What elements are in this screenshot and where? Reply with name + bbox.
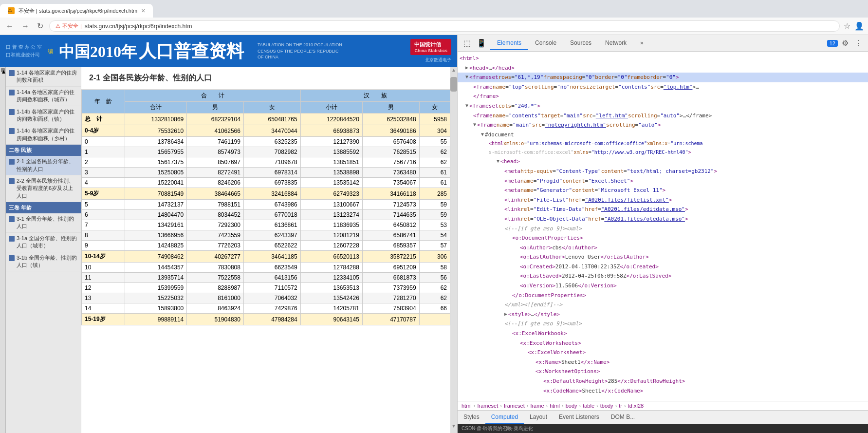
- tree-comment1[interactable]: <!--[if gte mso 9]><xml>: [458, 224, 868, 234]
- tree-comment2[interactable]: </xml><![endif]-->: [458, 300, 868, 310]
- site-body: ▲ 1-14 各地区家庭户的住房间数和面积 1-14a 各地区家庭户的住房间数和…: [0, 67, 457, 433]
- tree-excelwse[interactable]: <x:ExcelWorksheet>: [458, 348, 868, 358]
- tree-frameset2[interactable]: ▼<frameset cols="240,*">: [458, 101, 868, 111]
- tree-author[interactable]: <o:Author>cbs</o:Author>: [458, 243, 868, 253]
- breadcrumb-tbody[interactable]: tbody: [600, 403, 613, 409]
- tab-styles[interactable]: Styles: [458, 411, 485, 424]
- breadcrumb-sep1: ›: [474, 403, 476, 409]
- tab-elements[interactable]: Elements: [490, 37, 528, 50]
- breadcrumb-html2[interactable]: html: [550, 403, 560, 409]
- tree-html[interactable]: <html>: [458, 54, 868, 63]
- title-en: TABULATION ON THE 2010 POPULATION CENSUS…: [258, 42, 345, 60]
- devtools-breadcrumb: html › frameset › frameset › frame › htm…: [458, 401, 868, 410]
- csdn-text: CSDN·@·聆听我的召唤·菜鸟进化: [462, 425, 533, 432]
- tree-meta-gen[interactable]: <meta name="Generator" content="Microsof…: [458, 186, 868, 195]
- tree-excelws[interactable]: <x:ExcelWorksheets>: [458, 339, 868, 348]
- tree-wsoptions[interactable]: <x:WorksheetOptions>: [458, 367, 868, 377]
- tree-frameset[interactable]: ▼<frameset rows="61,*,19" framespacing="…: [458, 73, 868, 82]
- tab-console[interactable]: Console: [528, 37, 563, 50]
- title-en-block: TABULATION ON THE 2010 POPULATION CENSUS…: [258, 42, 345, 60]
- tree-style[interactable]: ▶<style>…</style>: [458, 310, 868, 320]
- tree-link-editdata[interactable]: <link rel="Edit-Time-Data" href="A0201.f…: [458, 205, 868, 214]
- nav-item-1-14b[interactable]: 1-14b 各地区家庭户的住房间数和面积（镇）: [6, 106, 81, 126]
- breadcrumb-frameset1[interactable]: frameset: [477, 403, 498, 409]
- content-scrollbar[interactable]: ▲ ▼: [450, 67, 457, 433]
- tree-frame-main[interactable]: ▼<frame name="main" src="notepyrightch.h…: [458, 120, 868, 130]
- devtools-toolbar: ⬚ 📱 Elements Console Sources Network » 1…: [458, 35, 868, 52]
- forward-button[interactable]: →: [19, 21, 31, 32]
- scroll-down[interactable]: ▼: [450, 423, 457, 433]
- tree-head[interactable]: ▶<head>…</head>: [458, 63, 868, 73]
- tree-docprops[interactable]: <o:DocumentProperties>: [458, 233, 868, 243]
- tree-html-inner[interactable]: <html xmlns:o="urn:schemas-microsoft-com…: [458, 139, 868, 148]
- tree-lastsaved[interactable]: <o:LastSaved>2012-04-25T06:09:58Z</o:Las…: [458, 271, 868, 281]
- tree-defrowheight[interactable]: <x:DefaultRowHeight>285</x:DefaultRowHei…: [458, 377, 868, 386]
- tree-created[interactable]: <o:Created>2012-04-13T00:22:35Z</o:Creat…: [458, 262, 868, 272]
- tree-link-filelist[interactable]: <link rel="File-List" href="A0201.files/…: [458, 195, 868, 205]
- nav-icon: [9, 109, 15, 115]
- tab-computed[interactable]: Computed: [485, 411, 524, 424]
- tree-name[interactable]: <x:Name>Sheet1</x:Name>: [458, 358, 868, 367]
- tab-close-button[interactable]: ×: [141, 7, 145, 15]
- tree-frame-top[interactable]: <frame name="top" scrolling="no" noresiz…: [458, 82, 868, 92]
- breadcrumb-table[interactable]: table: [583, 403, 594, 409]
- tree-comment3[interactable]: <!--[if gte mso 9]><xml>: [458, 319, 868, 329]
- office-label: 口 普 查 办 公 室 口和就业统计司: [6, 43, 42, 59]
- device-toolbar-button[interactable]: 📱: [475, 37, 488, 50]
- content-title: 2-1 全国各民族分年龄、性别的人口: [81, 67, 450, 90]
- tree-version[interactable]: <o:Version>11.5606</o:Version>: [458, 281, 868, 291]
- nav-item-3-1b[interactable]: 3-1b 全国分年龄、性别的人口（镇）: [6, 252, 81, 272]
- tab-sources[interactable]: Sources: [563, 37, 598, 50]
- tree-lastauthor[interactable]: <o:LastAuthor>Lenovo User</o:LastAuthor>: [458, 252, 868, 262]
- breadcrumb-tr[interactable]: tr: [619, 403, 622, 409]
- tree-docprops-close[interactable]: </o:DocumentProperties>: [458, 291, 868, 301]
- breadcrumb-frameset2[interactable]: frameset: [504, 403, 525, 409]
- main-title-zh: 中国2010年人口普查资料: [59, 42, 246, 60]
- devtools-main-tabs: Elements Console Sources Network »: [490, 37, 821, 50]
- browser-tab[interactable]: ⚠ 不安全 | stats.gov.cn/tjsj/pcsj/rkpc/6rp/…: [0, 4, 153, 18]
- breadcrumb-frame[interactable]: frame: [530, 403, 544, 409]
- bookmark-button[interactable]: ☆: [844, 21, 850, 31]
- tree-codename[interactable]: <x:CodeName>Sheet1</x:CodeName>: [458, 386, 868, 396]
- tree-meta-ct[interactable]: <meta http-equiv="Content-Type" content=…: [458, 167, 868, 176]
- beijing-info: 北京数通电子: [425, 57, 451, 63]
- profile-button[interactable]: 👤: [854, 21, 864, 31]
- nav-item-3-1a[interactable]: 3-1a 全国分年龄、性别的人口（城市）: [6, 233, 81, 252]
- devtools-settings-button[interactable]: ⚙: [840, 37, 850, 50]
- back-button[interactable]: ←: [4, 21, 16, 32]
- nav-item-1-14[interactable]: 1-14 各地区家庭户的住房间数和面积: [6, 67, 81, 87]
- breadcrumb-td[interactable]: td.xl28: [628, 403, 644, 409]
- nav-item-1-14a[interactable]: 1-14a 各地区家庭户的住房间数和面积（城市）: [6, 87, 81, 106]
- breadcrumb-html[interactable]: html: [462, 403, 472, 409]
- address-input-area[interactable]: ⚠ 不安全 | stats.gov.cn/tjsj/pcsj/rkpc/6rp/…: [49, 20, 840, 32]
- col-total: 合计: [125, 102, 186, 113]
- tab-event-listeners[interactable]: Event Listeners: [553, 411, 605, 424]
- tree-meta-prog[interactable]: <meta name="ProgId" content="Excel.Sheet…: [458, 176, 868, 186]
- tree-frame-contents[interactable]: <frame name="contents" target="main" src…: [458, 111, 868, 121]
- scroll-up[interactable]: ▲: [450, 67, 457, 77]
- tab-more[interactable]: »: [633, 37, 650, 50]
- separator: |: [80, 23, 82, 29]
- tree-excelwb[interactable]: <x:ExcelWorkbook>: [458, 329, 868, 339]
- tab-dom-breakpoints[interactable]: DOM B...: [605, 411, 641, 424]
- url-text: stats.gov.cn/tjsj/pcsj/rkpc/6rp/indexch.…: [85, 23, 192, 30]
- inspect-element-button[interactable]: ⬚: [462, 37, 473, 50]
- nav-item-2-2[interactable]: 2-2 全国各民族分性别、受教育程度的6岁及以上人口: [6, 175, 81, 202]
- breadcrumb-body[interactable]: body: [566, 403, 577, 409]
- devtools-more-button[interactable]: ⋮: [852, 37, 864, 50]
- tree-document[interactable]: ▼#document: [458, 130, 868, 140]
- nav-item-3-1[interactable]: 3-1 全国分年龄、性别的人口: [6, 213, 81, 233]
- nav-item-2-1[interactable]: 2-1 全国各民族分年龄、性别的人口: [6, 156, 81, 175]
- nav-scrollbar[interactable]: ▲: [0, 67, 6, 433]
- reload-button[interactable]: ↻: [35, 20, 45, 32]
- nav-item-1-14c[interactable]: 1-14c 各地区家庭户的住房间数和面积（乡村）: [6, 125, 81, 145]
- tree-head2[interactable]: ▼<head>: [458, 157, 868, 167]
- tab-network[interactable]: Network: [598, 37, 633, 50]
- scroll-thumb[interactable]: [450, 77, 457, 92]
- tree-frame-close[interactable]: </frame>: [458, 92, 868, 101]
- nav-icon: [9, 178, 15, 184]
- nav-icon: [9, 70, 15, 76]
- tree-link-oledata[interactable]: <link rel="OLE-Object-Data" href="A0201.…: [458, 214, 868, 224]
- tab-layout[interactable]: Layout: [524, 411, 553, 424]
- left-nav: 1-14 各地区家庭户的住房间数和面积 1-14a 各地区家庭户的住房间数和面积…: [6, 67, 81, 433]
